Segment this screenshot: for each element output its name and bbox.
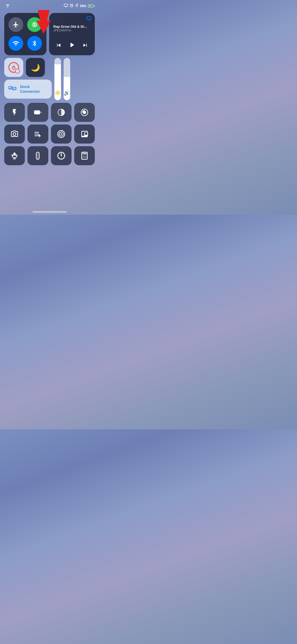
dock-connector-button[interactable]: Dock Connector bbox=[4, 80, 52, 99]
left-column: 🌙 Dock Connector bbox=[4, 58, 52, 100]
alarm-icon bbox=[70, 4, 73, 8]
brightness-slider[interactable]: ☀️ bbox=[54, 58, 61, 100]
svg-point-45 bbox=[84, 157, 85, 158]
orientation-lock-icon bbox=[8, 62, 19, 73]
sliders-column: ☀️ 🔊 bbox=[54, 58, 70, 100]
airplay-media-icon[interactable] bbox=[86, 16, 92, 22]
svg-rect-9 bbox=[57, 44, 58, 47]
svg-rect-13 bbox=[9, 86, 11, 88]
battery-button[interactable] bbox=[27, 103, 48, 122]
svg-rect-40 bbox=[82, 153, 87, 154]
svg-rect-11 bbox=[12, 67, 15, 69]
home-indicator[interactable] bbox=[32, 211, 67, 213]
svg-point-34 bbox=[37, 158, 38, 159]
moon-icon: 🌙 bbox=[31, 63, 40, 72]
svg-point-23 bbox=[83, 111, 86, 114]
svg-rect-10 bbox=[86, 44, 87, 47]
dock-connector-icon bbox=[8, 85, 17, 93]
battery-bolt-icon: ⚡ bbox=[90, 5, 92, 7]
svg-point-26 bbox=[60, 133, 62, 135]
prev-button[interactable] bbox=[55, 42, 63, 50]
svg-rect-15 bbox=[13, 87, 15, 89]
apps-row bbox=[4, 125, 95, 144]
invert-colors-button[interactable] bbox=[51, 103, 72, 122]
volume-slider[interactable]: 🔊 bbox=[64, 58, 70, 100]
svg-point-38 bbox=[61, 155, 62, 156]
cellular-data-button[interactable] bbox=[27, 17, 42, 32]
next-button[interactable] bbox=[81, 42, 89, 50]
status-left bbox=[5, 4, 10, 8]
wallet-button[interactable] bbox=[74, 125, 95, 144]
svg-point-46 bbox=[86, 157, 86, 158]
battery-indicator: ⚡ bbox=[88, 4, 94, 7]
notes-button[interactable] bbox=[27, 125, 48, 144]
battery-percent-text: 58% bbox=[80, 4, 86, 8]
svg-point-32 bbox=[37, 155, 38, 156]
wifi-button[interactable] bbox=[8, 36, 23, 51]
status-bar: 58% ⚡ bbox=[0, 0, 99, 10]
svg-point-41 bbox=[83, 156, 83, 157]
orientation-lock-button[interactable] bbox=[4, 58, 23, 77]
focus-button[interactable] bbox=[51, 125, 72, 144]
svg-rect-0 bbox=[64, 4, 68, 6]
media-tile[interactable]: Rap Grow Old & Di... JPEGMAFIA bbox=[49, 13, 95, 55]
volume-icon: 🔊 bbox=[64, 90, 70, 96]
tools-row bbox=[4, 103, 95, 122]
media-title: Rap Grow Old & Di... bbox=[53, 25, 91, 29]
extras-row bbox=[4, 146, 95, 165]
svg-point-42 bbox=[84, 156, 85, 157]
toggle-row: 🌙 bbox=[4, 58, 52, 77]
volume-fill bbox=[64, 77, 70, 100]
svg-line-5 bbox=[72, 4, 73, 4]
svg-point-44 bbox=[83, 157, 83, 158]
second-section: 🌙 Dock Connector bbox=[4, 58, 95, 100]
control-center: Rap Grow Old & Di... JPEGMAFIA bbox=[0, 10, 99, 171]
camera-button[interactable] bbox=[4, 125, 25, 144]
bluetooth-button[interactable] bbox=[27, 36, 42, 51]
svg-point-27 bbox=[85, 133, 86, 134]
tv-remote-button[interactable] bbox=[27, 146, 48, 165]
wifi-status-icon bbox=[5, 4, 10, 8]
do-not-disturb-button[interactable]: 🌙 bbox=[26, 58, 45, 77]
network-tile bbox=[4, 13, 46, 55]
status-right: 58% ⚡ bbox=[64, 4, 94, 8]
dock-connector-label: Dock Connector bbox=[20, 84, 48, 94]
voice-memos-button[interactable] bbox=[4, 146, 25, 165]
brightness-icon: ☀️ bbox=[54, 90, 61, 96]
airplane-mode-button[interactable] bbox=[8, 17, 23, 32]
svg-point-8 bbox=[34, 24, 35, 25]
svg-point-33 bbox=[37, 157, 38, 157]
orientation-lock-icon bbox=[75, 4, 78, 8]
media-artist: JPEGMAFIA bbox=[53, 29, 91, 32]
top-row: Rap Grow Old & Di... JPEGMAFIA bbox=[4, 13, 95, 55]
svg-point-31 bbox=[37, 154, 38, 154]
calculator-button[interactable] bbox=[74, 146, 95, 165]
svg-point-43 bbox=[86, 156, 86, 157]
airplay-icon bbox=[64, 4, 68, 8]
screen-record-button[interactable] bbox=[74, 103, 95, 122]
media-info: Rap Grow Old & Di... JPEGMAFIA bbox=[53, 25, 91, 32]
flashlight-button[interactable] bbox=[4, 103, 25, 122]
media-controls bbox=[53, 41, 91, 51]
svg-rect-19 bbox=[35, 111, 38, 114]
svg-line-4 bbox=[70, 4, 71, 4]
clock-button[interactable] bbox=[51, 146, 72, 165]
play-button[interactable] bbox=[68, 41, 76, 51]
svg-point-6 bbox=[76, 5, 78, 7]
